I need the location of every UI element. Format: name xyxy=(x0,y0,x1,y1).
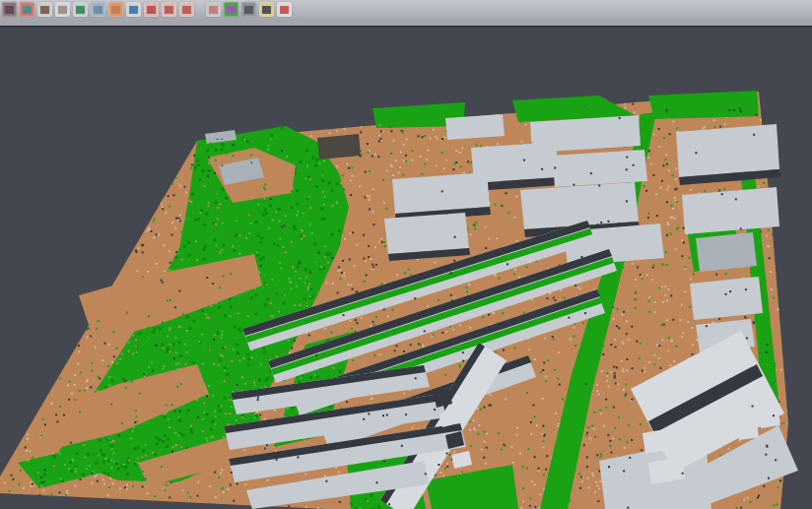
properties-list-icon[interactable] xyxy=(144,2,159,17)
building-1 xyxy=(445,114,505,140)
building-10 xyxy=(682,187,779,234)
building-rc1 xyxy=(690,277,763,320)
point-cloud-icon[interactable] xyxy=(55,2,70,17)
save-fit-icon[interactable] xyxy=(20,2,34,17)
raster-grid-icon[interactable] xyxy=(206,2,221,17)
globe-projection-icon[interactable] xyxy=(126,2,141,17)
small-house-3 xyxy=(737,422,759,440)
layers-stack-icon[interactable] xyxy=(277,2,292,17)
terrain-model-icon[interactable] xyxy=(73,2,88,17)
veg-top-strip-3 xyxy=(648,91,759,119)
building-house-grove xyxy=(317,134,361,159)
toolbar-icon-group xyxy=(2,2,292,17)
building-6 xyxy=(552,150,647,187)
toolbar-separator xyxy=(197,2,203,17)
building-11 xyxy=(696,232,757,272)
open-file-icon[interactable] xyxy=(2,2,17,17)
zoom-fit-selection-icon[interactable] xyxy=(179,2,194,17)
axes-view-icon[interactable] xyxy=(259,2,274,17)
classification-colors-icon[interactable] xyxy=(224,2,238,17)
building-3 xyxy=(392,172,490,214)
main-toolbar xyxy=(0,0,812,19)
mesh-terrain-icon[interactable] xyxy=(37,2,52,17)
camera-render-icon[interactable] xyxy=(241,2,256,17)
viewport-3d-view[interactable] xyxy=(0,28,812,509)
panel-view-icon[interactable] xyxy=(91,2,105,17)
toolbar-lower-strip xyxy=(0,19,812,28)
small-house-2 xyxy=(759,411,780,428)
clipping-box-icon[interactable] xyxy=(108,2,123,17)
building-4 xyxy=(384,213,469,254)
pick-point-icon[interactable] xyxy=(162,2,176,17)
building-9 xyxy=(676,124,779,177)
building-7 xyxy=(520,182,639,229)
